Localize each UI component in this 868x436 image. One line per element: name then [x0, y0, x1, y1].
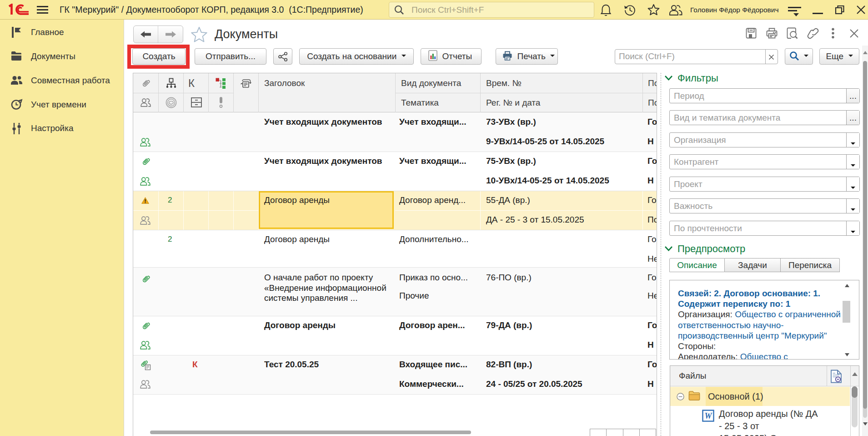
- svg-text:W: W: [704, 411, 712, 421]
